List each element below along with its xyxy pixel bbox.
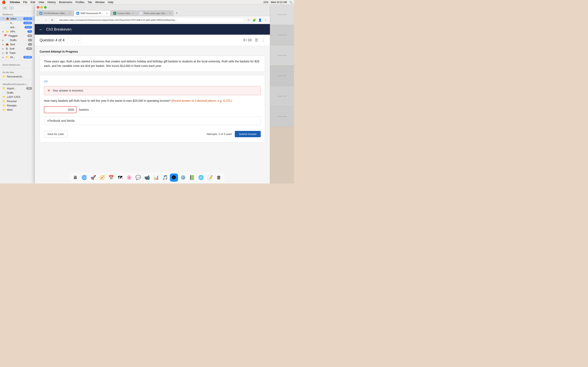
url-text: education.wiley.com/was/ui/v2/assessment… [59, 19, 177, 21]
screenshot-thumb-2: Screen Shot [270, 25, 294, 45]
new-mail-button[interactable]: 📧 [9, 6, 14, 10]
drafts-badge: 5 [28, 39, 32, 42]
inbox-label: Inbox [10, 17, 22, 20]
browser-titlebar: W Ch3 Breakeven: Abbi boudrea... ✕ W NWP… [35, 4, 270, 16]
tab-nwp-assessment[interactable]: W NWP Assessment Player UI Ap... ✕ [74, 10, 111, 16]
dock-excel-icon[interactable]: 📗 [188, 174, 196, 182]
sidebar-item-work[interactable]: 📁 Work [0, 108, 35, 112]
back-button[interactable]: ← [37, 17, 42, 22]
assessment-back-button[interactable]: ← [39, 27, 43, 32]
bookmark-icon[interactable]: ☆ [246, 18, 251, 22]
inbox-badge: 12,322 [23, 17, 32, 20]
dock-numbers-icon[interactable]: 📊 [152, 174, 160, 182]
tab-menu[interactable]: Tab [87, 1, 92, 4]
tab-ch3-close-button[interactable]: ✕ [69, 12, 71, 15]
question-list-icon[interactable]: ☰ [255, 38, 258, 42]
more-options-icon[interactable]: ⋮ [263, 18, 268, 22]
flagged-icon: 🚩 [4, 34, 7, 37]
compose-button[interactable]: ✏ [2, 6, 7, 10]
sidebar-item-acc-drafts[interactable]: 📄 Drafts [0, 91, 35, 95]
sidebar-item-trash[interactable]: ▶ 🗑 Trash [0, 51, 35, 55]
dock-maps-icon[interactable]: 🗺 [116, 174, 124, 182]
tab-nwp-favicon: W [76, 12, 79, 15]
screenshot-thumb-4: Screen Shot [270, 66, 294, 86]
recovered-label: Recovered M... [7, 75, 32, 78]
dock-facetime-icon[interactable]: 📹 [143, 174, 151, 182]
refresh-button[interactable]: ↻ [50, 17, 55, 22]
edit-menu[interactable]: Edit [31, 1, 35, 4]
answer-unit-label: baskets [79, 108, 89, 111]
sidebar-item-recovered[interactable]: 📁 Recovered M... [0, 75, 35, 79]
profile-icon[interactable]: 👤 [258, 18, 262, 22]
sidebar-item-receipts[interactable]: 📁 Receipts [0, 103, 35, 108]
answer-input[interactable] [44, 106, 77, 113]
tab-nwp-close-button[interactable]: ✕ [106, 12, 108, 15]
question-more-icon[interactable]: ⋮ [261, 38, 265, 42]
sidebar-item-import[interactable]: 📁 Import... 295 [0, 86, 35, 91]
history-menu[interactable]: History [47, 1, 56, 4]
sidebar-item-vips[interactable]: ▶ ⭐ VIPs 71 [0, 29, 35, 34]
next-question-button[interactable]: › [76, 37, 82, 43]
dock-notes-icon[interactable]: 📝 [206, 174, 214, 182]
sidebar-item-inbox-a[interactable]: ✉️ A... 12,322 [0, 21, 35, 25]
sidebar-item-personal[interactable]: 📁 Personal [0, 99, 35, 103]
prompt-hint-text: (Round answer to 0 decimal places, e.g. … [171, 99, 232, 102]
search-icon[interactable]: 🔍 [289, 1, 292, 4]
sidebar-item-inbox-acb[interactable]: ✉️ acb... 3,111 [0, 25, 35, 29]
tab-coursehero-close-button[interactable]: ✕ [132, 12, 134, 15]
dock-appstore-icon[interactable]: 🅐 [170, 174, 178, 182]
question-prompt: How many baskets will Ruth have to sell … [44, 99, 261, 103]
dock-photos-icon[interactable]: 🌸 [125, 174, 133, 182]
tab-course-hero[interactable]: C Course Hero ✕ [111, 10, 137, 16]
tab-bar: W Ch3 Breakeven: Abbi boudrea... ✕ W NWP… [37, 10, 268, 16]
dock-music-icon[interactable]: 🎵 [161, 174, 169, 182]
window-menu[interactable]: Window [95, 1, 104, 4]
maximize-window-button[interactable] [44, 6, 47, 8]
dock-trash-icon[interactable]: 🗑 [215, 174, 223, 182]
sidebar-item-sent[interactable]: ▶ 📤 Sent 1 [0, 42, 35, 47]
menubar-left: 🍎 Chrome File Edit View History Bookmark… [2, 0, 113, 4]
dock-launchpad-icon[interactable]: 🚀 [89, 174, 97, 182]
sidebar-item-inbox[interactable]: ▼ 📥 Inbox 12,322 [0, 17, 35, 21]
acc-drafts-label: Drafts [7, 91, 32, 94]
app-name[interactable]: Chrome [10, 1, 20, 4]
tab-google-close-button[interactable]: ✕ [169, 12, 171, 15]
minimize-window-button[interactable] [40, 6, 43, 8]
submit-answer-button[interactable]: Submit Answer [235, 131, 261, 137]
sent-expander-icon: ▶ [2, 43, 4, 45]
prev-question-button[interactable]: ‹ [67, 37, 73, 43]
sidebar-item-junk[interactable]: ▶ 🗑 Junk 104 [0, 47, 35, 51]
save-for-later-button[interactable]: Save for Later [44, 131, 68, 137]
sidebar-item-flagged[interactable]: 🚩 Flagged 16 [0, 34, 35, 38]
mail-sidebar: ✏ 📧 Mailboxes ▼ 📥 Inbox 12,322 ✉️ A... 1… [0, 4, 35, 184]
dock-calendar-icon[interactable]: 📅 [107, 174, 115, 182]
trash-expander-icon: ▶ [2, 52, 4, 54]
apple-menu-icon[interactable]: 🍎 [2, 0, 6, 4]
tab-google-search[interactable]: G Three years ago, Ruth Lewis s... ✕ [137, 10, 173, 16]
tab-nwp-label: NWP Assessment Player UI Ap... [80, 12, 104, 15]
sidebar-item-drafts[interactable]: ▶ 📄 Drafts 5 [0, 38, 35, 42]
flagged-label: Flagged [9, 34, 26, 37]
profiles-menu[interactable]: Profiles [76, 1, 84, 4]
forward-button[interactable]: → [43, 17, 48, 22]
tab-ch3-breakeven[interactable]: W Ch3 Breakeven: Abbi boudrea... ✕ [37, 10, 73, 16]
file-menu[interactable]: File [23, 1, 27, 4]
url-bar[interactable]: education.wiley.com/was/ui/v2/assessment… [56, 17, 245, 23]
help-menu[interactable]: Help [108, 1, 113, 4]
personal-label: Personal [7, 100, 32, 103]
dock-settings-icon[interactable]: ⚙️ [179, 174, 187, 182]
close-window-button[interactable] [37, 6, 39, 8]
dock-messages-icon[interactable]: 💬 [134, 174, 142, 182]
view-menu[interactable]: View [38, 1, 44, 4]
dock-finder-icon[interactable]: 🖥 [71, 174, 79, 182]
sidebar-item-lady-cats[interactable]: 📁 LADY CATS [0, 95, 35, 99]
inbox-acb-badge: 3,111 [25, 26, 32, 29]
etextbook-box[interactable]: eTextbook and Media [44, 117, 261, 125]
dock-siri-icon[interactable]: 🌀 [80, 174, 88, 182]
new-tab-button[interactable]: + [174, 10, 180, 16]
sidebar-item-all[interactable]: ▶ 📁 All... 15,433 [0, 55, 35, 59]
extensions-icon[interactable]: 🧩 [252, 18, 256, 22]
dock-chrome-icon[interactable]: 🌐 [197, 174, 205, 182]
bookmarks-menu[interactable]: Bookmarks [59, 1, 72, 4]
dock-safari-icon[interactable]: 🧭 [98, 174, 106, 182]
